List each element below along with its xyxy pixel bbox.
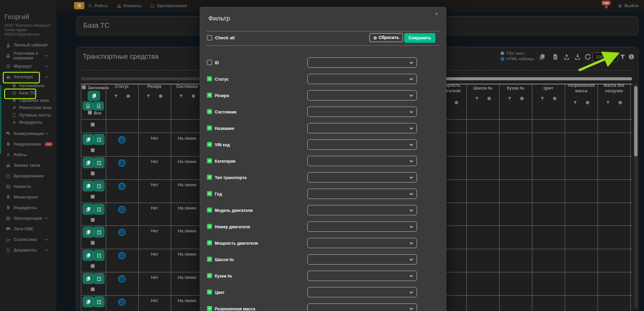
sidebar-subitem-автомобили[interactable]: Автомобили: [0, 82, 56, 90]
filter-checkbox-статус[interactable]: ✕: [207, 76, 212, 81]
sidebar-subitem-база-тс[interactable]: База ТС: [0, 90, 56, 97]
logout-button[interactable]: Выйти: [618, 3, 639, 8]
column-freeze-icon[interactable]: ❆: [618, 100, 622, 105]
filter-select-состояние[interactable]: [307, 107, 417, 117]
refresh-button[interactable]: [585, 54, 591, 60]
sidebar-item-автопарк[interactable]: Автопарк: [0, 71, 56, 82]
row-checkbox[interactable]: [91, 123, 95, 126]
column-filter-icon[interactable]: [179, 94, 183, 98]
copy-row-button[interactable]: [83, 250, 94, 261]
filter-checkbox-модель-двигателя[interactable]: ✕: [207, 207, 212, 213]
filter-checkbox-состояние[interactable]: ✕: [207, 109, 212, 114]
status-icon-button[interactable]: [118, 136, 126, 144]
column-freeze-icon[interactable]: ❆: [585, 100, 590, 105]
edit-row-button[interactable]: [94, 273, 104, 284]
sidebar-item-уведомления[interactable]: Уведомления242: [0, 139, 56, 149]
sidebar-subitem-инциденты[interactable]: ✳Инциденты: [0, 119, 56, 126]
row-checkbox[interactable]: [91, 148, 95, 152]
upload-button[interactable]: [563, 54, 570, 60]
sidebar-item-эксплуатация[interactable]: Эксплуатация: [0, 213, 56, 224]
filter-button[interactable]: [620, 54, 626, 60]
select-all-checkbox[interactable]: [88, 111, 92, 114]
filter-checkbox-шасси-[interactable]: ✕: [207, 257, 212, 262]
status-icon-button[interactable]: [118, 275, 126, 283]
row-checkbox[interactable]: [91, 264, 95, 268]
sidebar-item-рейсы[interactable]: AРейсы: [0, 149, 56, 160]
column-freeze-icon[interactable]: ❆: [126, 94, 130, 98]
column-filter-icon[interactable]: [508, 97, 512, 100]
sidebar-subitem-ремонтная-зона[interactable]: Ремонтная зона: [0, 104, 56, 112]
edit-row-button[interactable]: [94, 180, 104, 191]
copy-row-button[interactable]: [83, 296, 94, 307]
row-checkbox[interactable]: [91, 195, 95, 199]
edit-row-button[interactable]: [94, 250, 104, 261]
filter-select-категория[interactable]: [307, 156, 417, 166]
doc-plus-button[interactable]: [83, 102, 93, 110]
copy-button[interactable]: [539, 54, 545, 60]
vertical-scrollbar-thumb[interactable]: [634, 86, 638, 157]
sidebar-item-личный-кабинет[interactable]: Личный кабинет: [0, 40, 56, 50]
sidebar-item-коммуникации[interactable]: Коммуникации: [0, 128, 56, 139]
filter-select-шасси-[interactable]: [307, 254, 417, 265]
status-icon-button[interactable]: [118, 159, 126, 167]
sidebar-item-маршрут[interactable]: Маршрут: [0, 61, 56, 71]
edit-row-button[interactable]: [94, 227, 104, 238]
page-size-select[interactable]: 100: [592, 53, 618, 62]
select-column-checkbox[interactable]: [82, 85, 86, 89]
sidebar-item-заявки-такси[interactable]: Заявки такси: [0, 160, 56, 171]
filter-checkbox-год[interactable]: ✕: [207, 191, 212, 196]
column-freeze-icon[interactable]: ❆: [487, 96, 491, 101]
edit-row-button[interactable]: [94, 134, 104, 145]
edit-row-button[interactable]: [94, 296, 104, 307]
filter-select-статус[interactable]: [307, 74, 417, 84]
column-filter-icon[interactable]: [475, 97, 479, 100]
column-filter-icon[interactable]: [606, 101, 610, 105]
sidebar-item-логи-смс[interactable]: Логи СМС: [0, 224, 56, 234]
row-checkbox[interactable]: [91, 241, 95, 245]
filter-select-модель-двигателя[interactable]: [307, 205, 417, 215]
copy-all-button[interactable]: [88, 91, 100, 101]
filter-select-id[interactable]: [307, 57, 417, 68]
column-filter-icon[interactable]: [573, 101, 577, 105]
row-checkbox[interactable]: [91, 218, 95, 222]
edit-row-button[interactable]: [94, 157, 104, 168]
filter-select-цвет[interactable]: [307, 287, 417, 297]
radio-html-таблица[interactable]: HTML-таблица: [501, 57, 534, 61]
row-checkbox[interactable]: [91, 287, 95, 291]
download-button[interactable]: [574, 54, 581, 60]
status-icon-button[interactable]: [118, 298, 126, 306]
column-freeze-icon[interactable]: ❆: [520, 96, 524, 101]
filter-checkbox-мощность-двигателя[interactable]: ✕: [207, 240, 212, 245]
copy-row-button[interactable]: [83, 204, 94, 215]
filter-checkbox-категория[interactable]: ✕: [207, 158, 212, 163]
filter-select-vin-код[interactable]: [307, 139, 417, 150]
filter-checkbox-id[interactable]: [207, 60, 212, 65]
sidebar-subitem-гаражная-зона[interactable]: Гаражная зона: [0, 97, 56, 104]
doc-minus-button[interactable]: [93, 102, 104, 110]
reset-button[interactable]: ⊘ Сбросить: [369, 33, 403, 42]
file-button[interactable]: [552, 54, 559, 60]
sidebar-item-документы[interactable]: Документы: [0, 245, 56, 255]
status-icon-button[interactable]: [118, 252, 126, 259]
status-icon-button[interactable]: [118, 182, 126, 190]
filter-checkbox-название[interactable]: ✕: [207, 125, 212, 131]
filter-select-разрешенная-масса[interactable]: [307, 303, 417, 311]
notifications-button[interactable]: 149: [602, 1, 611, 11]
filter-select-тип-транспорта[interactable]: [307, 172, 417, 182]
copy-row-button[interactable]: [83, 134, 94, 145]
column-filter-icon[interactable]: [146, 94, 150, 98]
filter-select-резерв[interactable]: [307, 90, 417, 100]
column-filter-icon[interactable]: [114, 94, 118, 98]
sidebar-item-новости[interactable]: Новости: [0, 181, 56, 192]
row-checkbox[interactable]: [91, 172, 95, 175]
save-button[interactable]: Сохранить: [404, 33, 435, 43]
sidebar-item-бронирование[interactable]: Бронирование: [0, 171, 56, 181]
sidebar-item-мониторинг[interactable]: Мониторинг: [0, 192, 56, 202]
modal-close-button[interactable]: ✕: [435, 11, 438, 16]
copy-row-button[interactable]: [83, 273, 94, 284]
navbar-item-клиенты[interactable]: Клиенты: [117, 3, 141, 8]
check-all-checkbox[interactable]: [207, 35, 212, 40]
filter-checkbox-кузов-[interactable]: ✕: [207, 273, 212, 278]
copy-row-button[interactable]: [83, 227, 94, 238]
radio-tsv-текст[interactable]: TSV текст: [501, 51, 534, 55]
